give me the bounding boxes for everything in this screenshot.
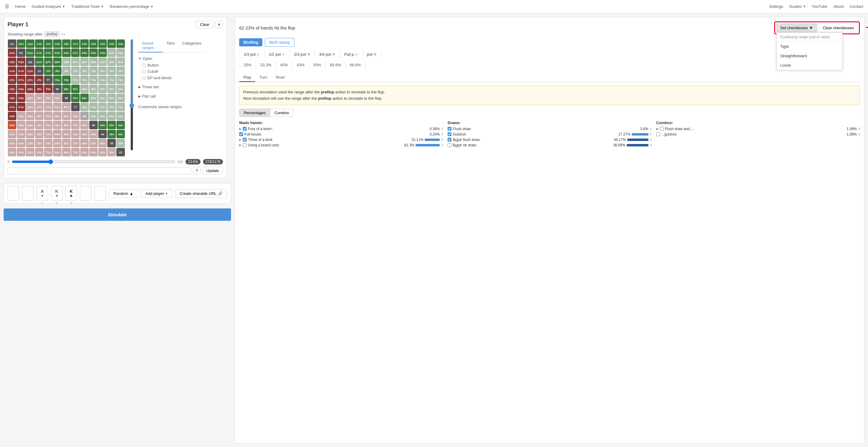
grid-cell[interactable]: 77 xyxy=(71,103,80,111)
grid-cell[interactable]: A6s xyxy=(80,39,89,48)
grid-cell[interactable]: A8s xyxy=(62,39,70,48)
grid-cell[interactable]: 63s xyxy=(107,112,116,120)
grid-cell[interactable]: QQ xyxy=(26,58,34,66)
customize-saved-ranges[interactable]: Customize saved ranges xyxy=(138,102,205,111)
grid-cell[interactable]: 99 xyxy=(53,84,62,93)
grid-cell[interactable]: KJo xyxy=(17,67,25,75)
bckdr-str-info[interactable]: ℹ xyxy=(650,143,651,147)
grid-cell[interactable]: Q2s xyxy=(116,58,125,66)
grid-cell[interactable]: T3o xyxy=(44,139,53,147)
grid-cell[interactable]: K9o xyxy=(17,84,25,93)
sidebar-item-ep-blinds[interactable]: EP and blinds xyxy=(138,75,205,81)
grid-cell[interactable]: TT xyxy=(44,76,53,84)
tab-flop[interactable]: Flop xyxy=(239,73,255,82)
bckdr-flush-info[interactable]: ℹ xyxy=(650,138,651,142)
grid-cell[interactable]: Q3o xyxy=(26,139,34,147)
grid-cell[interactable]: J4o xyxy=(35,130,43,138)
grid-cell[interactable]: 87o xyxy=(62,103,70,111)
grid-cell[interactable]: K6s xyxy=(80,48,89,57)
grid-cell[interactable]: 33 xyxy=(107,139,116,147)
four-kind-checkbox[interactable] xyxy=(243,127,247,131)
grid-cell[interactable]: T2s xyxy=(116,76,125,84)
grid-cell[interactable]: ATo xyxy=(8,76,16,84)
grid-cell[interactable]: ATs xyxy=(44,39,53,48)
grid-cell[interactable]: 66 xyxy=(80,112,89,120)
nav-guided-analyses[interactable]: Guided Analyses ▼ xyxy=(32,4,65,9)
grid-cell[interactable]: A8o xyxy=(8,94,16,102)
three-kind-expand[interactable]: ▶ xyxy=(239,138,242,141)
grid-cell[interactable]: Q6s xyxy=(80,58,89,66)
grid-cell[interactable]: T4o xyxy=(44,130,53,138)
grid-cell[interactable]: 75o xyxy=(71,121,80,129)
flush-draw-info[interactable]: ℹ xyxy=(650,127,651,131)
grid-cell[interactable]: KK xyxy=(17,48,25,57)
tab-river[interactable]: River xyxy=(272,73,289,82)
update-button[interactable]: Update xyxy=(203,167,223,174)
clear-checkboxes-button[interactable]: Clear checkboxes xyxy=(819,24,858,32)
grid-cell[interactable]: 76s xyxy=(80,103,89,111)
grid-cell[interactable]: K8s xyxy=(62,48,70,57)
grid-cell[interactable]: AKs xyxy=(17,39,25,48)
grid-cell[interactable]: 72o xyxy=(71,148,80,156)
grid-cell[interactable]: JJ xyxy=(35,67,43,75)
grid-cell[interactable]: 97s xyxy=(71,84,80,93)
grid-cell[interactable]: 65o xyxy=(80,121,89,129)
grid-cell[interactable]: 44 xyxy=(98,130,107,138)
grid-cell[interactable]: K2s xyxy=(116,48,125,57)
clear-button[interactable]: Clear xyxy=(196,21,213,28)
grid-cell[interactable]: 43s xyxy=(107,130,116,138)
grid-cell[interactable]: 97o xyxy=(53,103,62,111)
simulate-button[interactable]: Simulate xyxy=(4,208,231,221)
grid-cell[interactable]: J9o xyxy=(35,84,43,93)
grid-cell[interactable]: 95o xyxy=(53,121,62,129)
flush-draw-checkbox[interactable] xyxy=(447,127,452,131)
grid-cell[interactable]: K6o xyxy=(17,112,25,120)
grid-cell[interactable]: J5o xyxy=(35,121,43,129)
grid-cell[interactable]: J8o xyxy=(35,94,43,102)
grid-cell[interactable]: K8o xyxy=(17,94,25,102)
card-remove-2[interactable]: × xyxy=(56,201,58,205)
gutshot-combo-info[interactable]: ℹ xyxy=(859,132,860,136)
grid-cell[interactable]: 63o xyxy=(80,139,89,147)
grid-cell[interactable]: A2o xyxy=(8,148,16,156)
set-checkboxes-button[interactable]: Set checkboxes ▼ xyxy=(776,24,817,32)
grid-cell[interactable]: 52s xyxy=(116,121,125,129)
grid-cell[interactable]: K5s xyxy=(89,48,98,57)
grid-cell[interactable]: 62o xyxy=(80,148,89,156)
grid-cell[interactable]: A2s xyxy=(116,39,125,48)
grid-cell[interactable]: Q7s xyxy=(71,58,80,66)
grid-cell[interactable]: J7o xyxy=(35,103,43,111)
grid-cell[interactable]: K4s xyxy=(98,48,107,57)
grid-cell[interactable]: 42o xyxy=(98,148,107,156)
grid-cell[interactable]: K3o xyxy=(17,139,25,147)
grid-cell[interactable]: AJo xyxy=(8,67,16,75)
grid-cell[interactable]: AKo xyxy=(8,48,16,57)
sidebar-item-button[interactable]: Button xyxy=(138,62,205,68)
grid-cell[interactable]: 32s xyxy=(116,139,125,147)
tab-categories[interactable]: Categories xyxy=(179,39,205,53)
flush-and-info[interactable]: ℹ xyxy=(859,127,860,131)
grid-cell[interactable]: Q2o xyxy=(26,148,34,156)
grid-cell[interactable]: 95s xyxy=(89,84,98,93)
grid-cell[interactable]: A3o xyxy=(8,139,16,147)
grid-cell[interactable]: K9s xyxy=(53,48,62,57)
grid-cell[interactable]: 83s xyxy=(107,94,116,102)
nav-traditional-tools[interactable]: Traditional Tools ▼ xyxy=(71,4,104,9)
card-remove-3[interactable]: × xyxy=(70,201,72,205)
grid-cell[interactable]: K4o xyxy=(17,130,25,138)
grid-cell[interactable]: 54s xyxy=(98,121,107,129)
grid-cell[interactable]: A4s xyxy=(98,39,107,48)
grid-cell[interactable]: 98o xyxy=(53,94,62,102)
grid-cell[interactable]: J5s xyxy=(89,67,98,75)
range-percent-slider[interactable] xyxy=(12,159,175,164)
card-remove-1[interactable]: × xyxy=(41,201,43,205)
grid-cell[interactable]: QTo xyxy=(26,76,34,84)
grid-cell[interactable]: QTs xyxy=(44,58,53,66)
dropdown-loose[interactable]: Loose xyxy=(777,61,842,70)
grid-cell[interactable]: T8s xyxy=(62,76,70,84)
nav-settings[interactable]: Settings xyxy=(769,4,783,9)
card-slot-ace-hearts[interactable]: A ♥ × xyxy=(36,186,48,201)
nav-contact[interactable]: Contact xyxy=(849,4,863,9)
grid-cell[interactable]: KTo xyxy=(17,76,25,84)
grid-cell[interactable]: 94o xyxy=(53,130,62,138)
